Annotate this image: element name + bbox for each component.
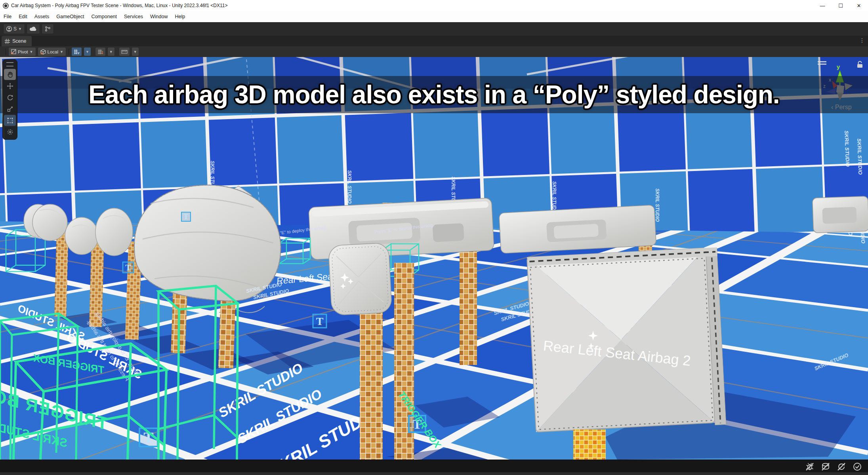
svg-text:SKRIL STUDIO: SKRIL STUDIO — [856, 139, 863, 175]
grid-visibility-dropdown[interactable]: ▼ — [84, 47, 91, 56]
window-title: Car Airbag System - Poly Airbag FPV Test… — [11, 3, 227, 8]
chevron-down-icon: ▼ — [109, 50, 113, 54]
version-control-button[interactable] — [42, 24, 54, 34]
snap-settings-button[interactable] — [95, 47, 106, 56]
menu-services[interactable]: Services — [120, 11, 147, 22]
move-icon — [7, 83, 13, 89]
snap-settings-dropdown[interactable]: ▼ — [107, 47, 115, 56]
branch-icon — [45, 26, 51, 32]
grid-icon — [5, 39, 10, 44]
airbag-model-oval[interactable] — [95, 208, 133, 256]
chevron-down-icon: ▼ — [134, 50, 137, 54]
grid-visibility-toggle[interactable]: Y — [71, 47, 82, 56]
snap-increment-dropdown[interactable]: ▼ — [132, 47, 139, 56]
caption-overlay: Each airbag 3D model also exists in a “P… — [0, 76, 868, 113]
text-gizmo-T[interactable]: T — [123, 262, 134, 273]
pivot-icon — [11, 49, 16, 54]
scene-view-toolbar: Pivot ▼ Local ▼ Y ▼ — [0, 46, 868, 57]
unity-logo-icon — [3, 3, 9, 9]
menu-edit[interactable]: Edit — [15, 11, 31, 22]
menu-file[interactable]: File — [0, 11, 15, 22]
mount-pole — [460, 238, 477, 365]
airbag-model-disc[interactable] — [65, 217, 98, 255]
cache-server-status-icon[interactable] — [820, 462, 831, 472]
snap-increment-button[interactable] — [119, 47, 130, 56]
auto-refresh-status-icon[interactable] — [836, 462, 847, 472]
airbag-model-rear-left-seat-2[interactable]: Rear Left Seat Airbag 2 — [527, 247, 726, 435]
svg-text:SKRIL STUDIO: SKRIL STUDIO — [843, 131, 851, 167]
handle-space-label: Local — [48, 49, 59, 54]
rect-tool-button[interactable] — [4, 115, 16, 126]
scale-icon — [7, 106, 13, 112]
chevron-down-icon: ▼ — [86, 50, 89, 54]
window-controls: — ☐ ✕ — [813, 0, 868, 11]
svg-text:T: T — [316, 315, 324, 327]
display-pole-yellow — [573, 429, 606, 460]
pivot-label: Pivot — [18, 49, 28, 54]
move-tool-button[interactable] — [4, 80, 16, 91]
account-icon — [6, 26, 12, 32]
scene-3d-render: SKRIL STUDIO SKRIL STUDIO SKRIL STUDIO S… — [0, 57, 868, 460]
overlay-drag-handle[interactable] — [6, 62, 13, 66]
scene-viewport[interactable]: SKRIL STUDIO SKRIL STUDIO SKRIL STUDIO S… — [0, 57, 868, 460]
status-bar-icons — [805, 462, 862, 472]
account-initial: S — [13, 26, 17, 32]
title-bar: Car Airbag System - Poly Airbag FPV Test… — [0, 0, 868, 11]
transform-tool-button[interactable] — [4, 126, 16, 137]
airbag-model-twin-disc[interactable] — [24, 204, 67, 241]
menu-component[interactable]: Component — [88, 11, 120, 22]
menu-window[interactable]: Window — [147, 11, 171, 22]
svg-text:T: T — [125, 262, 131, 272]
menu-bar: File Edit Assets GameObject Component Se… — [0, 11, 868, 23]
rotate-tool-button[interactable] — [4, 92, 16, 103]
account-dropdown[interactable]: S ▼ — [3, 24, 25, 34]
text-gizmo-T[interactable]: T — [313, 314, 326, 328]
progress-status-icon[interactable] — [852, 462, 862, 472]
view-hand-tool-button[interactable] — [4, 69, 16, 80]
debugger-status-icon[interactable] — [805, 462, 815, 472]
lock-icon[interactable] — [857, 61, 862, 68]
transform-icon — [7, 129, 13, 135]
cube-icon — [40, 49, 46, 55]
svg-text:Y: Y — [77, 51, 80, 55]
minimize-button[interactable]: — — [813, 0, 832, 11]
grid-axis-icon: Y — [74, 49, 80, 55]
svg-text:T: T — [183, 213, 188, 221]
menu-gameobject[interactable]: GameObject — [53, 11, 88, 22]
main-toolbar: S ▼ — [0, 22, 868, 36]
menu-assets[interactable]: Assets — [31, 11, 53, 22]
panel-menu-kebab-icon[interactable]: ⋮ — [859, 37, 865, 44]
maximize-button[interactable]: ☐ — [832, 0, 850, 11]
close-button[interactable]: ✕ — [850, 0, 868, 11]
cloud-services-button[interactable] — [27, 24, 40, 34]
ruler-icon — [121, 49, 128, 54]
scale-tool-button[interactable] — [4, 103, 16, 114]
hand-icon — [7, 71, 13, 78]
display-pole — [360, 311, 383, 460]
svg-text:SKRIL STUDIO: SKRIL STUDIO — [654, 188, 660, 222]
svg-text:SKRIL STUDIO: SKRIL STUDIO — [347, 170, 352, 204]
airbag-door-panel-3[interactable] — [813, 196, 868, 233]
chevron-down-icon: ▼ — [18, 27, 22, 31]
tool-handle-rotation-dropdown[interactable]: Local ▼ — [38, 47, 66, 56]
tool-handle-position-dropdown[interactable]: Pivot ▼ — [8, 47, 36, 56]
display-pole — [54, 232, 69, 317]
unity-editor-window: { "window": { "title": "Car Airbag Syste… — [0, 0, 868, 475]
tools-overlay — [2, 59, 17, 140]
tab-scene[interactable]: Scene — [2, 36, 32, 46]
panel-tab-bar: Scene — [0, 36, 868, 46]
chevron-down-icon: ▼ — [60, 50, 63, 54]
airbag-model-square[interactable] — [328, 243, 392, 315]
chevron-down-icon: ▼ — [30, 50, 33, 54]
rect-tool-icon — [7, 117, 13, 124]
scene-tab-label: Scene — [12, 38, 26, 44]
airbag-door-panel-2[interactable] — [499, 205, 656, 253]
text-gizmo-T[interactable]: T — [181, 212, 191, 221]
menu-help[interactable]: Help — [171, 11, 189, 22]
status-bar — [0, 460, 868, 475]
overlay-handle-icon[interactable] — [818, 62, 826, 64]
cloud-icon — [30, 27, 37, 31]
rotate-icon — [7, 94, 13, 101]
caption-text: Each airbag 3D model also exists in a “P… — [88, 80, 779, 109]
gizmo-y-label: y — [837, 63, 840, 70]
